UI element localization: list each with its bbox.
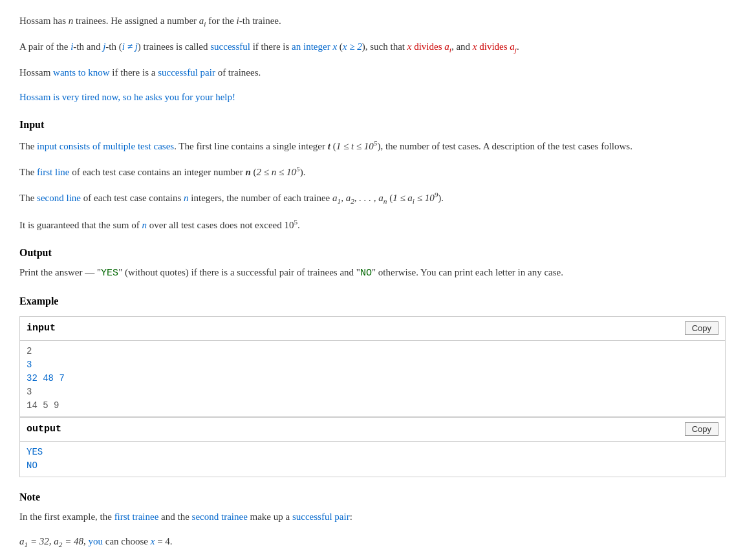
example-input-box: input Copy 2 3 32 48 7 3 14 5 9 [19,316,726,417]
section-output-title: Output [19,244,726,261]
text-first-line: first line [37,167,69,177]
math-n3: n [184,193,189,203]
math-ai: ai [199,16,206,26]
math-ineq: i ≠ j [122,41,138,52]
text-integer: an integer [292,41,330,52]
text-divides: divides [414,41,442,52]
math-aj: aj [510,41,517,52]
input-line-5: 14 5 9 [27,399,718,413]
copy-output-button[interactable]: Copy [685,422,718,436]
math-n-cond: 2 ≤ n ≤ 105 [257,167,300,177]
text-second-line: second line [37,193,81,203]
text-successful3: successful pair [292,512,350,522]
text-second-trainee: second trainee [192,512,248,522]
text-yes: YES [101,268,118,279]
math-n2: n [245,167,250,177]
paragraph-output-1: Print the answer — "YES" (without quotes… [19,264,726,281]
text-no: NO [360,268,372,279]
math-a-list: a1, a2, . . . , an [332,193,387,203]
math-t-cond: 1 ≤ t ≤ 105 [336,141,378,151]
math-x4: x [151,536,155,546]
paragraph-4: Hossam is very tired now, so he asks you… [19,89,726,105]
math-x-cond: x ≥ 2 [343,41,362,52]
text-successful2: successful pair [158,67,215,78]
paragraph-note-2: a1 = 32, a2 = 48, you can choose x = 4. [19,533,726,550]
text-wants: wants to know [53,67,110,78]
input-line-1: 2 [27,345,718,358]
input-line-2: 3 [27,358,718,372]
example-input-label: input [27,321,56,336]
paragraph-1: Hossam has n trainees. He assigned a num… [19,13,726,30]
paragraph-input-1: The input consists of multiple test case… [19,137,726,154]
input-line-3: 32 48 7 [27,372,718,385]
output-line-2: NO [27,459,718,473]
math-i2: i [70,41,73,52]
text-you: you [89,536,103,546]
math-x3: x [473,41,477,52]
example-output-content: YES NO [20,442,725,477]
input-line-4: 3 [27,385,718,399]
paragraph-3: Hossam wants to know if there is a succe… [19,65,726,80]
math-i: i [237,16,239,26]
paragraph-input-3: The second line of each test case contai… [19,189,726,207]
example-input-content: 2 3 32 48 7 3 14 5 9 [20,341,725,416]
math-j: j [103,41,105,52]
math-x: x [332,41,337,52]
paragraph-note-1: In the first example, the first trainee … [19,509,726,524]
math-x2: x [407,41,412,52]
output-line-1: YES [27,446,718,459]
section-input-title: Input [19,116,726,133]
copy-input-button[interactable]: Copy [685,321,718,335]
paragraph-2: A pair of the i-th and j-th (i ≠ j) trai… [19,39,726,56]
text-tired: Hossam is very tired now, so he asks you… [19,92,235,102]
text-input-first: input consists of multiple test cases [37,141,174,151]
example-output-label: output [27,422,61,437]
example-input-header: input Copy [20,317,725,341]
text-first-trainee: first trainee [114,512,159,522]
math-t: t [328,141,330,151]
math-note: a1 = 32, a2 = 48 [19,536,83,546]
section-note-title: Note [19,489,726,506]
example-output-header: output Copy [20,418,725,442]
note-section: Note In the first example, the first tra… [19,489,726,551]
text-successful: successful [210,41,250,52]
example-section: input Copy 2 3 32 48 7 3 14 5 9 output C… [19,316,726,477]
text-divides2: divides [479,41,507,52]
section-example-title: Example [19,293,726,310]
paragraph-input-4: It is guaranteed that the sum of n over … [19,216,726,233]
math-a-cond: 1 ≤ ai ≤ 109 [393,193,438,203]
math-n4: n [142,220,147,230]
math-n: n [69,16,74,26]
math-ai2: ai [444,41,451,52]
paragraph-input-2: The first line of each test case contain… [19,163,726,180]
example-output-box: output Copy YES NO [19,417,726,477]
